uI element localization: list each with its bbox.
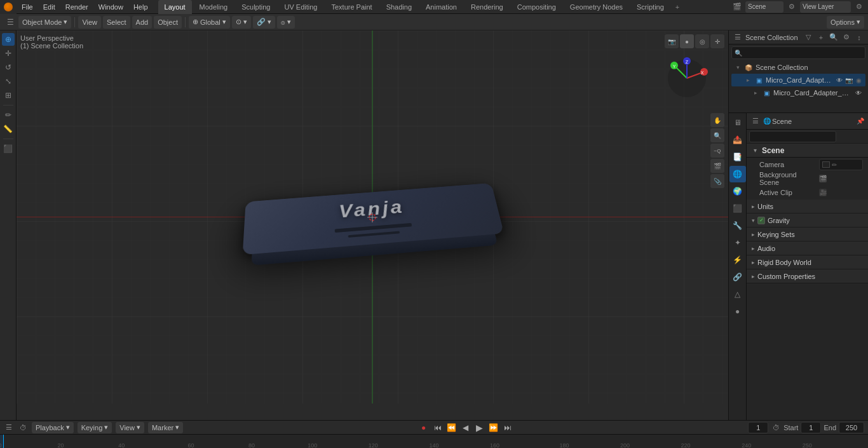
menu-help[interactable]: Help	[128, 0, 153, 14]
tab-scripting[interactable]: Scripting	[630, 0, 670, 14]
object-mode-selector[interactable]: Object Mode ▾	[18, 16, 71, 29]
outliner-search-bar[interactable]: 🔍	[731, 46, 865, 59]
viewport-menu-icon[interactable]: ☰	[4, 16, 17, 29]
tool-annotate[interactable]: ✏	[2, 109, 15, 121]
prop-tab-render[interactable]: 🖥	[729, 114, 746, 131]
prop-tab-scene[interactable]: 🌐	[729, 166, 746, 182]
scene-settings-icon[interactable]: ⚙	[785, 1, 798, 13]
options-button[interactable]: Options ▾	[827, 16, 864, 29]
tab-layout[interactable]: Layout	[158, 0, 192, 14]
prop-tab-particles[interactable]: ✦	[729, 234, 746, 251]
prop-tab-view-layer[interactable]: 📑	[729, 149, 746, 165]
tool-measure[interactable]: 📏	[2, 123, 15, 135]
scene-name[interactable]: Scene	[745, 1, 783, 13]
props-pin-icon[interactable]: 📌	[857, 118, 864, 125]
camera-value[interactable]: ✏	[819, 159, 863, 170]
tab-uv-editing[interactable]: UV Editing	[278, 0, 323, 14]
tool-cursor[interactable]: ⊕	[2, 33, 15, 46]
add-tab-button[interactable]: +	[672, 3, 683, 11]
mc0-select-icon[interactable]: ◉	[854, 76, 863, 85]
tool-transform[interactable]: ⊞	[2, 89, 15, 102]
viewport-zoom-out[interactable]: −Q	[710, 144, 724, 158]
gravity-checkbox[interactable]: ✓	[757, 217, 765, 224]
start-frame-input[interactable]	[801, 422, 821, 433]
tab-geometry-nodes[interactable]: Geometry Nodes	[564, 0, 629, 14]
mc0-visibility-icon[interactable]: 👁	[835, 76, 844, 85]
end-frame-input[interactable]	[839, 422, 864, 433]
record-button[interactable]: ●	[418, 422, 430, 433]
play-reverse-button[interactable]: ◀	[460, 422, 471, 433]
viewport-zoom-in[interactable]: 🔍	[710, 128, 724, 142]
timeline-marker-btn[interactable]: Marker ▾	[148, 422, 183, 433]
expand-icon-scene-collection[interactable]: ▾	[734, 64, 742, 71]
play-button[interactable]: ▶	[474, 422, 485, 433]
scene-section-header[interactable]: ▾ Scene	[747, 144, 868, 158]
outliner-expand-icon[interactable]: ↕	[854, 32, 864, 43]
timeline-view-btn[interactable]: View ▾	[116, 422, 144, 433]
props-menu-icon[interactable]: ☰	[750, 116, 761, 126]
transform-pivot[interactable]: ⊙▾	[232, 16, 251, 29]
viewport-add-menu[interactable]: Add	[132, 16, 153, 29]
outliner-filter-icon[interactable]: ▽	[803, 32, 813, 43]
viewport-object-menu[interactable]: Object	[154, 16, 182, 29]
viewport[interactable]: Vanja User Perspective (1) Scene Collect…	[17, 31, 728, 420]
menu-render[interactable]: Render	[60, 0, 93, 14]
viewport-camera[interactable]: 🎬	[710, 159, 724, 173]
timeline-track[interactable]: 0 20 40 60 80 100 120 140 160 180 200 22…	[0, 435, 868, 448]
menu-edit[interactable]: Edit	[38, 0, 60, 14]
outliner-search-icon[interactable]: 🔍	[829, 32, 839, 43]
expand-icon-mcvar[interactable]: ▸	[752, 89, 759, 97]
rigid-body-section[interactable]: ▸ Rigid Body World	[747, 255, 868, 269]
outliner-item-micro-card-0[interactable]: ▸ ▣ Micro_Card_Adapter_Vanja_0 👁 📷 ◉	[731, 74, 865, 86]
prop-tab-constraints[interactable]: 🔗	[729, 269, 746, 285]
outliner-settings-icon[interactable]: ⚙	[841, 32, 851, 43]
camera-edit-icon[interactable]: ✏	[832, 161, 837, 168]
menu-window[interactable]: Window	[93, 0, 128, 14]
active-clip-value[interactable]: 🎥	[819, 189, 827, 196]
timeline-playback-btn[interactable]: Playback ▾	[32, 422, 74, 433]
viewport-canvas[interactable]: Vanja User Perspective (1) Scene Collect…	[17, 31, 728, 404]
tool-rotate[interactable]: ↺	[2, 61, 15, 74]
outliner-menu-icon[interactable]: ☰	[733, 32, 743, 43]
gravity-section[interactable]: ▾ ✓ Gravity	[747, 214, 868, 227]
outliner-item-scene-collection[interactable]: ▾ 📦 Scene Collection	[731, 61, 865, 74]
timeline-keying-btn[interactable]: Keying ▾	[78, 422, 112, 433]
tab-compositing[interactable]: Compositing	[511, 0, 562, 14]
tab-modeling[interactable]: Modeling	[193, 0, 234, 14]
outliner-search-input[interactable]	[744, 50, 862, 57]
jump-start-button[interactable]: ⏮	[432, 422, 444, 433]
menu-file[interactable]: File	[17, 0, 38, 14]
prop-tab-modifier[interactable]: 🔧	[729, 217, 746, 234]
view-layer-name[interactable]: View Layer	[800, 1, 851, 13]
tool-move[interactable]: ✛	[2, 47, 15, 60]
mc0-render-icon[interactable]: 📷	[844, 76, 853, 85]
timeline-menu-icon[interactable]: ☰	[4, 423, 14, 433]
viewport-overlay-btn[interactable]: ◎	[695, 34, 709, 48]
current-frame-input[interactable]	[748, 422, 768, 433]
viewport-hand-tool[interactable]: ✋	[710, 113, 724, 127]
background-scene-value[interactable]: 🎬	[819, 175, 827, 182]
tab-sculpting[interactable]: Sculpting	[235, 0, 276, 14]
tab-rendering[interactable]: Rendering	[465, 0, 510, 14]
prop-tab-object[interactable]: ⬛	[729, 200, 746, 217]
outliner-item-micro-card-var[interactable]: ▸ ▣ Micro_Card_Adapter_Var 👁	[731, 86, 865, 99]
snap-toggle[interactable]: 🔗▾	[253, 16, 275, 29]
transform-orientation[interactable]: ⊕ Global ▾	[189, 16, 230, 29]
jump-end-button[interactable]: ⏭	[502, 422, 513, 433]
step-back-button[interactable]: ⏪	[446, 422, 458, 433]
tab-texture-paint[interactable]: Texture Paint	[325, 0, 378, 14]
props-scene-selector[interactable]: 🌐 Scene	[763, 118, 854, 125]
step-forward-button[interactable]: ⏩	[488, 422, 499, 433]
viewport-clip[interactable]: 📎	[710, 174, 724, 188]
prop-tab-physics[interactable]: ⚡	[729, 252, 746, 268]
tab-shading[interactable]: Shading	[380, 0, 418, 14]
prop-tab-world[interactable]: 🌍	[729, 183, 746, 200]
scene-selector[interactable]: 🎬	[731, 1, 743, 13]
viewport-select-menu[interactable]: Select	[103, 16, 130, 29]
props-search-bar[interactable]	[747, 130, 868, 144]
viewport-gizmo-btn[interactable]: ✛	[710, 34, 724, 48]
keying-sets-section[interactable]: ▸ Keying Sets	[747, 227, 868, 241]
camera-view-btn[interactable]: 📷	[665, 34, 679, 48]
prop-tab-material[interactable]: ●	[729, 303, 746, 320]
axis-widget[interactable]: X Y Z	[665, 56, 709, 100]
